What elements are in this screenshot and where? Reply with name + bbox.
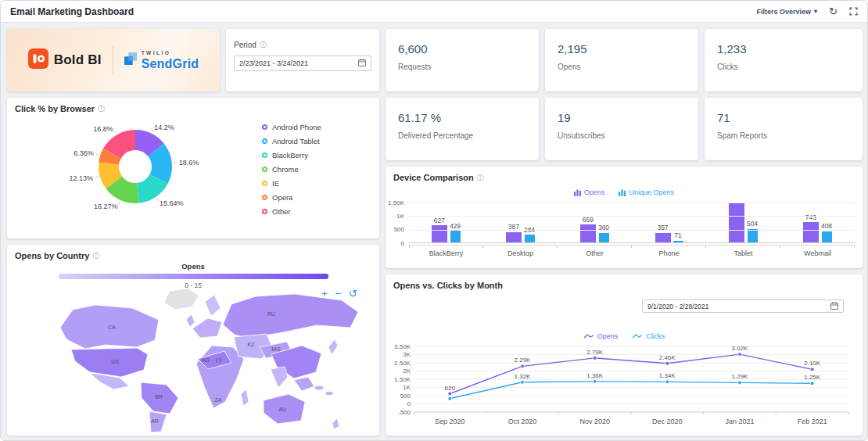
bar-column bbox=[729, 202, 744, 242]
map-region[interactable] bbox=[325, 392, 333, 396]
legend-label: Unique Opens bbox=[629, 188, 674, 196]
bar-column: 71 bbox=[673, 232, 683, 242]
map-country-label-ag: AG bbox=[202, 357, 210, 363]
x-axis-label: Jan 2021 bbox=[725, 418, 754, 425]
legend-item-opera[interactable]: Opera bbox=[262, 193, 321, 202]
bar-opens-phone[interactable] bbox=[655, 233, 671, 242]
bar-unique-opens-tablet[interactable] bbox=[748, 229, 758, 243]
legend-item-label: Android Phone bbox=[272, 123, 321, 131]
legend-item-ie[interactable]: IE bbox=[262, 179, 321, 188]
browser-donut-chart: 14.2%18.6%15.64%16.27%12.13%6.36%16.8% bbox=[10, 115, 260, 232]
card-title: Opens vs. Clicks by Month bbox=[393, 281, 503, 290]
info-icon[interactable]: ⓘ bbox=[92, 253, 99, 260]
map-region[interactable] bbox=[294, 377, 314, 391]
info-icon[interactable]: ⓘ bbox=[98, 106, 105, 113]
data-point-opens[interactable] bbox=[448, 392, 452, 396]
bar-value-label: 659 bbox=[583, 217, 594, 224]
zoom-out-button[interactable]: − bbox=[335, 289, 342, 299]
bar-column: 357 bbox=[655, 224, 671, 242]
map-region[interactable] bbox=[328, 339, 338, 355]
map-region[interactable] bbox=[271, 367, 288, 388]
map-region[interactable] bbox=[186, 314, 195, 327]
bar-opens-tablet[interactable] bbox=[729, 203, 744, 242]
donut-percent-label: 16.8% bbox=[93, 125, 113, 133]
bar-unique-opens-other[interactable] bbox=[599, 233, 609, 243]
map-region[interactable] bbox=[332, 418, 339, 429]
boldbi-logo: Bold BI bbox=[28, 48, 102, 72]
x-axis-label: Other bbox=[558, 246, 632, 257]
legend-unique-opens[interactable]: Unique Opens bbox=[619, 188, 674, 196]
card-title: Device Comparison bbox=[393, 173, 474, 182]
label-leader-line bbox=[119, 202, 120, 205]
legend-item-label: Other bbox=[272, 207, 291, 216]
legend-opens[interactable]: Opens bbox=[583, 332, 619, 340]
legend-item-android-phone[interactable]: Android Phone bbox=[262, 123, 321, 131]
bar-opens-desktop[interactable] bbox=[506, 232, 522, 242]
data-point-clicks[interactable] bbox=[810, 382, 814, 385]
filters-overview-button[interactable]: Filters Overview ▾ bbox=[757, 8, 818, 16]
bar-opens-other[interactable] bbox=[580, 224, 596, 242]
data-point-opens[interactable] bbox=[665, 361, 669, 365]
bar-unique-opens-desktop[interactable] bbox=[525, 235, 535, 242]
info-icon[interactable]: ⓘ bbox=[477, 174, 484, 181]
data-point-clicks[interactable] bbox=[448, 396, 452, 400]
map-region[interactable] bbox=[241, 389, 249, 406]
kpi-label: Requests bbox=[398, 63, 539, 71]
data-point-clicks[interactable] bbox=[521, 380, 525, 384]
logo-divider bbox=[113, 45, 113, 75]
map-region[interactable] bbox=[205, 295, 221, 316]
data-point-clicks[interactable] bbox=[665, 380, 669, 384]
data-point-clicks[interactable] bbox=[738, 381, 742, 385]
y-axis-tick: 0 bbox=[384, 241, 404, 247]
data-point-opens[interactable] bbox=[593, 357, 597, 360]
refresh-icon[interactable]: ↻ bbox=[829, 6, 838, 16]
bar-unique-opens-phone[interactable] bbox=[673, 241, 683, 243]
month-date-input[interactable]: 9/1/2020 - 2/28/2021 bbox=[642, 299, 844, 313]
zoom-reset-button[interactable]: ↺ bbox=[349, 289, 357, 299]
legend-opens[interactable]: Opens bbox=[574, 188, 605, 196]
twilio-logo-text: TWILIO bbox=[142, 50, 199, 56]
bar-unique-opens-webmail[interactable] bbox=[822, 231, 832, 242]
kpi-value: 1,233 bbox=[717, 42, 863, 56]
data-point-opens[interactable] bbox=[810, 368, 814, 371]
line-icon bbox=[583, 333, 594, 339]
map-region[interactable] bbox=[223, 294, 358, 338]
data-point-clicks[interactable] bbox=[593, 380, 597, 384]
data-point-opens[interactable] bbox=[738, 353, 742, 357]
boldbi-logo-icon bbox=[28, 48, 48, 72]
sendgrid-logo: TWILIO SendGrid bbox=[124, 50, 199, 71]
y-axis-tick: 0 bbox=[407, 400, 411, 407]
point-value-label: 1.25K bbox=[804, 374, 821, 381]
x-axis-label: Webmail bbox=[780, 246, 855, 257]
fullscreen-icon[interactable] bbox=[849, 7, 858, 16]
legend-item-android-tablet[interactable]: Android Tablet bbox=[262, 137, 321, 145]
legend-dot-icon bbox=[262, 138, 267, 144]
x-axis-label: BlackBerry bbox=[409, 246, 483, 257]
bar-unique-opens-blackberry[interactable] bbox=[450, 231, 461, 242]
data-point-opens[interactable] bbox=[521, 364, 525, 368]
point-value-label: 1.29K bbox=[732, 373, 749, 380]
legend-clicks[interactable]: Clicks bbox=[632, 332, 665, 340]
opens-vs-clicks-card: Opens vs. Clicks by Month 9/1/2020 - 2/2… bbox=[386, 274, 863, 436]
period-date-input[interactable]: 2/23/2021 - 3/24/2021 bbox=[234, 56, 371, 71]
y-axis-tick: 500 bbox=[384, 227, 404, 233]
x-axis-label: Phone bbox=[632, 246, 706, 257]
info-icon[interactable]: ⓘ bbox=[260, 41, 267, 48]
legend-item-other[interactable]: Other bbox=[262, 207, 321, 216]
map-region[interactable] bbox=[192, 318, 222, 338]
legend-item-blackberry[interactable]: BlackBerry bbox=[262, 151, 321, 160]
bar-opens-webmail[interactable] bbox=[803, 222, 819, 242]
label-leader-line bbox=[95, 177, 99, 177]
kpi-card-unsubscribes: 19 Unsubscribes bbox=[545, 98, 698, 160]
legend-item-label: Opera bbox=[272, 193, 292, 202]
map-region[interactable] bbox=[314, 385, 324, 390]
legend-label: Clicks bbox=[646, 332, 665, 340]
map-region[interactable] bbox=[164, 289, 199, 310]
zoom-in-button[interactable]: + bbox=[321, 289, 328, 299]
bar-opens-blackberry[interactable] bbox=[432, 225, 447, 242]
world-map[interactable]: CAUSAGLYBRARZARUKZMGAU bbox=[13, 285, 373, 432]
bar-value-label: 408 bbox=[821, 223, 832, 230]
legend-item-chrome[interactable]: Chrome bbox=[262, 165, 321, 174]
map-region[interactable] bbox=[71, 348, 148, 377]
map-country-label-br: BR bbox=[155, 394, 163, 400]
